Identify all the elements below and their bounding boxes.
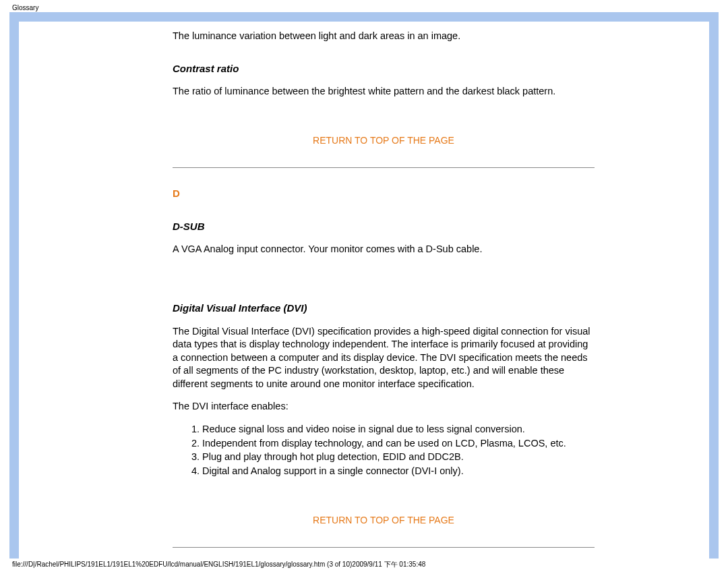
section-divider <box>173 167 595 168</box>
dvi-enables-label: The DVI interface enables: <box>173 400 595 413</box>
list-item: Plug and play through hot plug detection… <box>202 451 595 464</box>
dvi-feature-list: Reduce signal loss and video noise in si… <box>173 423 595 478</box>
letter-anchor-d[interactable]: D <box>173 187 595 200</box>
footer-file-path: file:///D|/Rachel/PHILIPS/191EL1/191EL1%… <box>12 560 425 569</box>
contrast-ratio-heading: Contrast ratio <box>173 62 595 76</box>
list-item: Digital and Analog support in a single c… <box>202 465 595 478</box>
outer-frame: The luminance variation between light an… <box>9 12 719 559</box>
list-item: Independent from display technology, and… <box>202 437 595 451</box>
dsub-definition: A VGA Analog input connector. Your monit… <box>173 243 595 256</box>
contrast-ratio-definition: The ratio of luminance between the brigh… <box>173 85 595 98</box>
contrast-definition: The luminance variation between light an… <box>173 30 595 43</box>
dvi-definition: The Digital Visual Interface (DVI) speci… <box>173 325 595 391</box>
glossary-content: The luminance variation between light an… <box>173 30 595 559</box>
inner-page: The luminance variation between light an… <box>19 22 709 559</box>
return-to-top-link[interactable]: RETURN TO TOP OF THE PAGE <box>173 514 595 527</box>
return-to-top-link[interactable]: RETURN TO TOP OF THE PAGE <box>173 134 595 147</box>
dsub-heading: D-SUB <box>173 220 595 233</box>
dvi-heading: Digital Visual Interface (DVI) <box>173 302 595 315</box>
section-divider <box>173 547 595 548</box>
list-item: Reduce signal loss and video noise in si… <box>202 423 595 436</box>
page-header-label: Glossary <box>12 4 38 11</box>
